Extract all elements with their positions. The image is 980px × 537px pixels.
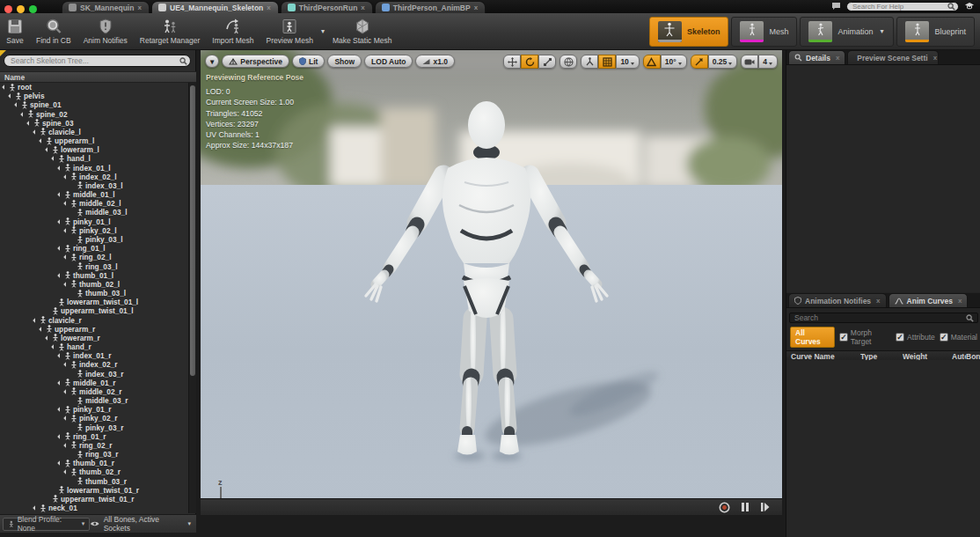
expander-arrow-icon[interactable] <box>57 166 62 171</box>
blend-profile-button[interactable]: Blend Profile: None ▾ <box>3 518 90 531</box>
viewport-options-button[interactable]: ▾ <box>205 55 219 68</box>
camera-speed-button[interactable] <box>741 55 758 69</box>
skeleton-tree-row[interactable]: thumb_02_r <box>0 467 188 476</box>
playback-speed-button[interactable]: x1.0 <box>415 55 455 68</box>
skeleton-tree-row[interactable]: upperarm_r <box>0 325 188 334</box>
skeleton-tree-row[interactable]: ring_03_r <box>0 450 188 459</box>
scale-tool-button[interactable] <box>538 55 556 69</box>
expander-arrow-icon[interactable] <box>26 121 32 126</box>
expander-arrow-icon[interactable] <box>8 93 13 99</box>
skeleton-tree-row[interactable]: spine_01 <box>0 100 188 109</box>
close-tab-icon[interactable]: x <box>933 54 937 62</box>
coordinate-system-button[interactable] <box>559 55 577 69</box>
checkbox-checked-icon[interactable]: ✓ <box>839 333 848 342</box>
close-tab-icon[interactable]: x <box>267 4 270 11</box>
skeleton-tree-row[interactable]: hand_l <box>0 154 188 163</box>
close-tab-icon[interactable]: x <box>876 297 880 305</box>
expander-arrow-icon[interactable] <box>57 434 62 439</box>
skeleton-tree-row[interactable]: ring_01_r <box>0 432 188 441</box>
expander-arrow-icon[interactable] <box>57 407 62 412</box>
make-static-mesh-button[interactable]: Make Static Mesh <box>326 14 399 49</box>
tree-column-header[interactable]: Name <box>0 71 196 83</box>
expander-arrow-icon[interactable] <box>57 192 62 197</box>
skeleton-tree-row[interactable]: middle_01_r <box>0 379 188 387</box>
close-tab-icon[interactable]: x <box>474 4 478 11</box>
expander-arrow-icon[interactable] <box>20 112 26 117</box>
tab-animation-notifies[interactable]: Animation Notifies x <box>788 293 887 307</box>
expander-arrow-icon[interactable] <box>57 353 62 358</box>
step-forward-button[interactable] <box>760 502 770 512</box>
tab-preview-scene-settings[interactable]: Preview Scene Setti x <box>847 50 939 64</box>
skeleton-tree-row[interactable]: pinky_01_l <box>0 217 188 226</box>
col-type[interactable]: Type <box>860 352 903 361</box>
expander-arrow-icon[interactable] <box>39 138 44 143</box>
skeleton-tree-row[interactable]: lowerarm_l <box>0 145 188 154</box>
skeleton-tree-row[interactable]: index_01_r <box>0 351 188 360</box>
grid-snap-value[interactable]: 10 <box>616 55 639 69</box>
tab-ue4-mannequin-skeleton[interactable]: UE4_Mannequin_Skeleton x <box>151 1 279 13</box>
curve-search-input[interactable] <box>789 313 978 323</box>
expander-arrow-icon[interactable] <box>33 129 38 135</box>
retarget-manager-button[interactable]: Retarget Manager <box>134 14 207 49</box>
skeleton-tree-row[interactable]: upperarm_twist_01_r <box>0 495 188 504</box>
skeleton-tree-row[interactable]: middle_01_l <box>0 190 188 199</box>
skeleton-tree-row[interactable]: pinky_02_r <box>0 414 188 423</box>
skeleton-tree-row[interactable]: middle_02_r <box>0 387 188 396</box>
checkbox-checked-icon[interactable]: ✓ <box>896 333 904 342</box>
mode-blueprint-button[interactable]: Blueprint <box>896 17 975 47</box>
skeleton-tree-row[interactable]: thumb_03_r <box>0 477 188 486</box>
mode-animation-button[interactable]: Animation ▾ <box>800 17 894 47</box>
skeleton-tree-row[interactable]: spine_03 <box>0 119 188 128</box>
camera-speed-value[interactable]: 4 <box>758 55 778 69</box>
close-tab-icon[interactable]: x <box>836 54 839 62</box>
col-auto[interactable]: Auto <box>952 352 966 361</box>
tab-thirdpersonrun[interactable]: ThirdPersonRun x <box>281 1 373 13</box>
grid-snap-button[interactable] <box>598 55 616 69</box>
lod-auto-button[interactable]: LOD Auto <box>364 55 413 68</box>
expander-arrow-icon[interactable] <box>63 443 69 448</box>
expander-arrow-icon[interactable] <box>33 318 38 323</box>
expander-arrow-icon[interactable] <box>2 85 7 90</box>
import-mesh-button[interactable]: Import Mesh <box>206 14 260 49</box>
skeleton-tree-row[interactable]: clavicle_r <box>0 315 188 324</box>
expander-arrow-icon[interactable] <box>57 380 62 386</box>
expander-arrow-icon[interactable] <box>57 273 62 278</box>
morph-target-filter[interactable]: ✓ Morph Target <box>839 328 891 346</box>
skeleton-tree-row[interactable]: lowerarm_r <box>0 334 188 342</box>
find-in-cb-button[interactable]: Find in CB <box>30 14 77 49</box>
tree-scrollbar-thumb[interactable] <box>190 85 195 376</box>
skeleton-tree-row[interactable]: middle_03_l <box>0 208 188 217</box>
skeleton-tree-search-input[interactable] <box>4 55 191 67</box>
translate-tool-button[interactable] <box>503 55 521 69</box>
skeleton-tree-row[interactable]: pinky_03_r <box>0 423 188 432</box>
rotation-snap-button[interactable] <box>643 55 661 69</box>
skeleton-tree-row[interactable]: pelvis <box>0 92 188 100</box>
expander-arrow-icon[interactable] <box>63 228 69 233</box>
skeleton-tree-row[interactable]: ring_03_l <box>0 261 188 270</box>
checkbox-checked-icon[interactable]: ✓ <box>940 333 948 342</box>
rotation-snap-value[interactable]: 10° <box>661 55 687 69</box>
skeleton-tree-row[interactable]: thumb_01_l <box>0 271 188 280</box>
expander-arrow-icon[interactable] <box>63 389 69 394</box>
skeleton-tree-row[interactable]: thumb_01_r <box>0 459 188 467</box>
skeleton-tree-row[interactable]: clavicle_l <box>0 128 188 136</box>
col-curve-name[interactable]: Curve Name <box>786 352 860 361</box>
attribute-filter[interactable]: ✓ Attribute <box>896 333 935 342</box>
skeleton-tree-row[interactable]: ring_01_l <box>0 244 188 253</box>
expander-arrow-icon[interactable] <box>63 416 69 422</box>
minimize-window-button[interactable] <box>17 5 25 13</box>
expander-arrow-icon[interactable] <box>45 335 50 341</box>
expander-arrow-icon[interactable] <box>51 344 56 349</box>
skeleton-tree-row[interactable]: hand_r <box>0 342 188 351</box>
skeleton-tree-row[interactable]: spine_02 <box>0 110 188 119</box>
mode-mesh-button[interactable]: Mesh <box>731 17 797 47</box>
scale-snap-value[interactable]: 0.25 <box>708 55 738 69</box>
skeleton-tree-row[interactable]: pinky_02_l <box>0 226 188 235</box>
expander-arrow-icon[interactable] <box>63 470 69 475</box>
skeleton-tree-row[interactable]: index_03_l <box>0 181 188 190</box>
anim-notifies-button[interactable]: Anim Notifies <box>77 14 134 49</box>
skeleton-tree-row[interactable]: middle_02_l <box>0 199 188 208</box>
preview-viewport[interactable]: z x ▾ Perspective Lit Show LOD Auto x1.0 <box>201 50 782 515</box>
skeleton-tree-row[interactable]: upperarm_twist_01_l <box>0 306 188 315</box>
expander-arrow-icon[interactable] <box>57 460 62 466</box>
